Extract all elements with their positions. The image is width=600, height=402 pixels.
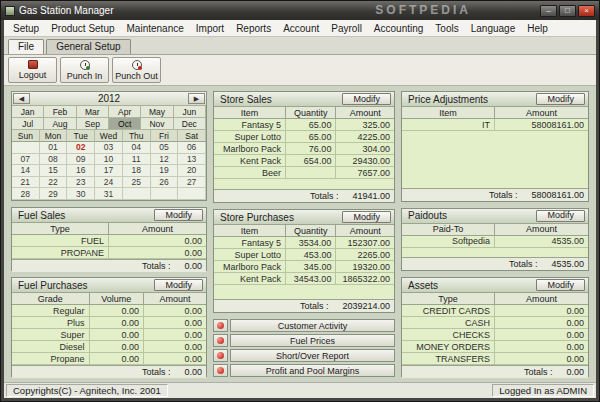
calendar-month-cell[interactable]: Jun — [174, 106, 206, 118]
short-over-report-button[interactable]: Short/Over Report — [230, 349, 395, 362]
close-button[interactable] — [578, 5, 595, 17]
calendar-day-cell[interactable]: 12 — [151, 154, 179, 166]
fuel-purchases-modify-button[interactable]: Modify — [154, 279, 203, 291]
menu-item-reports[interactable]: Reports — [230, 22, 277, 35]
calendar-month-cell[interactable]: Nov — [141, 118, 173, 130]
menu-item-tools[interactable]: Tools — [429, 22, 464, 35]
calendar-day-cell[interactable]: 17 — [95, 165, 123, 177]
calendar-day-cell[interactable]: 28 — [12, 188, 40, 200]
table-row[interactable]: Regular0.000.00 — [12, 305, 206, 317]
calendar-day-cell[interactable]: 14 — [12, 165, 40, 177]
table-row[interactable]: Fantasy 53534.00152307.00 — [214, 237, 394, 249]
menu-item-language[interactable]: Language — [465, 22, 522, 35]
calendar-month-cell[interactable]: Jan — [12, 106, 44, 118]
menu-item-maintenance[interactable]: Maintenance — [121, 22, 190, 35]
menu-item-accounting[interactable]: Accounting — [368, 22, 429, 35]
menu-item-help[interactable]: Help — [521, 22, 554, 35]
table-row[interactable]: TRANSFERS0.00 — [402, 353, 588, 365]
calendar-day-cell[interactable]: 31 — [95, 188, 123, 200]
store-purchases-modify-button[interactable]: Modify — [342, 211, 391, 223]
report-icon-box[interactable] — [213, 334, 228, 347]
menu-item-account[interactable]: Account — [277, 22, 325, 35]
report-icon-box[interactable] — [213, 319, 228, 332]
table-row[interactable]: Propane0.000.00 — [12, 353, 206, 365]
menu-item-setup[interactable]: Setup — [7, 22, 45, 35]
calendar-day-cell[interactable]: 06 — [178, 142, 206, 154]
table-row[interactable]: Beer7657.00 — [214, 167, 394, 179]
price-adjustments-modify-button[interactable]: Modify — [536, 93, 585, 105]
minimize-button[interactable] — [540, 5, 557, 17]
punch-out-button[interactable]: Punch Out — [112, 57, 161, 83]
paidouts-modify-button[interactable]: Modify — [536, 210, 585, 222]
fuel-sales-modify-button[interactable]: Modify — [154, 209, 203, 221]
table-row[interactable]: PROPANE0.00 — [12, 247, 206, 259]
calendar-day-cell[interactable]: 24 — [95, 177, 123, 189]
table-row[interactable]: Marlboro Pack76.00304.00 — [214, 143, 394, 155]
calendar-day-cell[interactable]: 25 — [123, 177, 151, 189]
table-row[interactable]: Super Lotto65.004225.00 — [214, 131, 394, 143]
calendar-month-cell[interactable]: Mar — [77, 106, 109, 118]
table-row[interactable]: IT58008161.00 — [402, 119, 588, 131]
customer-activity-button[interactable]: Customer Activity — [230, 319, 395, 332]
store-sales-modify-button[interactable]: Modify — [342, 93, 391, 105]
calendar-month-cell[interactable]: Jul — [12, 118, 44, 130]
calendar-day-cell[interactable]: 07 — [12, 154, 40, 166]
table-row[interactable]: CREDIT CARDS0.00 — [402, 305, 588, 317]
menu-item-import[interactable]: Import — [190, 22, 230, 35]
table-row[interactable]: CASH0.00 — [402, 317, 588, 329]
title-bar[interactable]: Gas Station Manager SOFTPEDIA — [1, 1, 599, 20]
menu-item-payroll[interactable]: Payroll — [325, 22, 368, 35]
table-row[interactable]: Kent Pack34543.001865322.00 — [214, 273, 394, 285]
table-row[interactable]: Fantasy 565.00325.00 — [214, 119, 394, 131]
table-row[interactable]: CHECKS0.00 — [402, 329, 588, 341]
punch-in-button[interactable]: Punch In — [60, 57, 109, 83]
fuel-prices-button[interactable]: Fuel Prices — [230, 334, 395, 347]
tab-general-setup[interactable]: General Setup — [46, 39, 131, 54]
table-row[interactable]: FUEL0.00 — [12, 235, 206, 247]
table-row[interactable]: Plus0.000.00 — [12, 317, 206, 329]
report-icon-box[interactable] — [213, 364, 228, 377]
calendar-month-cell[interactable]: Sep — [77, 118, 109, 130]
calendar-day-cell[interactable]: 08 — [40, 154, 68, 166]
maximize-button[interactable] — [559, 5, 576, 17]
calendar-day-cell[interactable]: 23 — [67, 177, 95, 189]
profit-pool-margins-button[interactable]: Profit and Pool Margins — [230, 364, 395, 377]
calendar-day-cell[interactable]: 22 — [40, 177, 68, 189]
table-row[interactable]: Super0.000.00 — [12, 329, 206, 341]
calendar-day-cell[interactable]: 16 — [67, 165, 95, 177]
calendar-month-cell[interactable]: Oct — [109, 118, 141, 130]
logout-button[interactable]: Logout — [8, 57, 57, 83]
calendar-month-cell[interactable]: Feb — [44, 106, 76, 118]
calendar-next-button[interactable]: ▶ — [188, 93, 205, 104]
table-row[interactable]: Diesel0.000.00 — [12, 341, 206, 353]
table-row[interactable]: MONEY ORDERS0.00 — [402, 341, 588, 353]
calendar-day-cell[interactable]: 29 — [40, 188, 68, 200]
assets-modify-button[interactable]: Modify — [536, 279, 585, 291]
table-row[interactable]: Marlboro Pack345.0019320.00 — [214, 261, 394, 273]
calendar-day-cell[interactable]: 04 — [123, 142, 151, 154]
menu-item-product-setup[interactable]: Product Setup — [45, 22, 120, 35]
calendar-month-cell[interactable]: Apr — [109, 106, 141, 118]
calendar-day-cell[interactable]: 20 — [178, 165, 206, 177]
calendar-day-cell[interactable]: 18 — [123, 165, 151, 177]
table-row[interactable]: Kent Pack654.0029430.00 — [214, 155, 394, 167]
table-row[interactable]: Softpedia4535.00 — [402, 236, 588, 248]
calendar-day-cell[interactable]: 10 — [95, 154, 123, 166]
calendar-day-cell[interactable]: 09 — [67, 154, 95, 166]
calendar-day-cell[interactable]: 27 — [178, 177, 206, 189]
calendar-prev-button[interactable]: ◀ — [13, 93, 30, 104]
calendar-day-cell[interactable]: 05 — [151, 142, 179, 154]
table-row[interactable]: Super Lotto453.002265.00 — [214, 249, 394, 261]
calendar-day-cell[interactable]: 30 — [67, 188, 95, 200]
calendar-day-cell[interactable]: 11 — [123, 154, 151, 166]
calendar-day-cell[interactable]: 01 — [40, 142, 68, 154]
calendar-month-cell[interactable]: Aug — [44, 118, 76, 130]
calendar-day-cell[interactable]: 13 — [178, 154, 206, 166]
tab-file[interactable]: File — [8, 39, 44, 54]
calendar-day-cell[interactable]: 03 — [95, 142, 123, 154]
report-icon-box[interactable] — [213, 349, 228, 362]
calendar-day-cell[interactable]: 02 — [67, 142, 95, 154]
calendar-month-cell[interactable]: May — [141, 106, 173, 118]
calendar-day-cell[interactable]: 15 — [40, 165, 68, 177]
calendar-month-cell[interactable]: Dec — [174, 118, 206, 130]
